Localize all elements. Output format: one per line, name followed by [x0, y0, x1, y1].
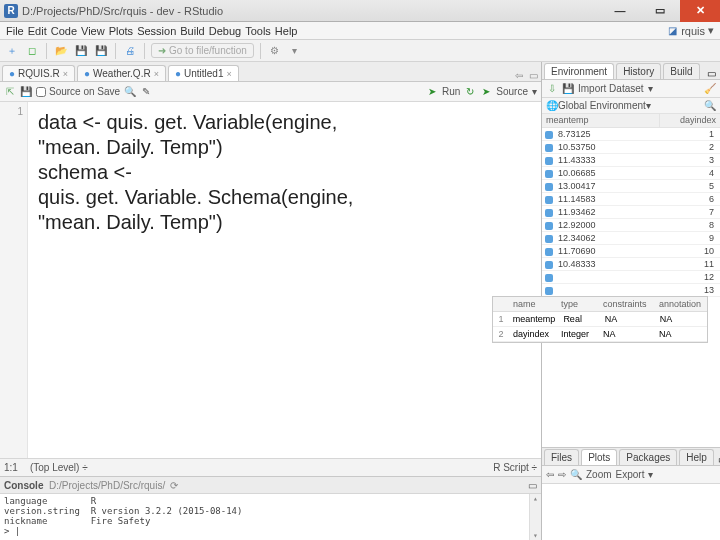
- chevron-down-icon: ▾: [708, 24, 714, 37]
- plot-area: [542, 484, 720, 540]
- console[interactable]: language R version.string R version 3.2.…: [0, 494, 541, 540]
- pane-collapse[interactable]: ▭: [703, 68, 720, 79]
- plot-toolbar: ⇦ ⇨ 🔍 Zoom Export▾: [542, 466, 720, 484]
- run-button[interactable]: Run: [442, 86, 460, 97]
- addins-button[interactable]: ⚙: [267, 43, 283, 59]
- menu-tools[interactable]: Tools: [245, 25, 271, 37]
- tab-plots[interactable]: Plots: [581, 449, 617, 465]
- zoom-button[interactable]: Zoom: [586, 469, 612, 480]
- titlebar: R D:/Projects/PhD/Src/rquis - dev - RStu…: [0, 0, 720, 22]
- new-file-button[interactable]: ＋: [4, 43, 20, 59]
- main-toolbar: ＋ ◻ 📂 💾 💾 🖨 ➜ Go to file/function ⚙ ▾: [0, 40, 720, 62]
- env-row[interactable]: 11.934627: [542, 206, 720, 219]
- plot-next[interactable]: ⇨: [558, 469, 566, 480]
- code-overlay: data <- quis. get. Variable(engine, "mea…: [38, 110, 535, 235]
- schema-table: name type constraints annotation 1 meant…: [492, 296, 708, 343]
- close-tab-icon[interactable]: ×: [226, 69, 231, 79]
- env-row[interactable]: 10.537502: [542, 141, 720, 154]
- run-icon: ➤: [426, 86, 438, 98]
- env-row[interactable]: 8.731251: [542, 128, 720, 141]
- tab-build[interactable]: Build: [663, 63, 699, 79]
- menu-code[interactable]: Code: [51, 25, 77, 37]
- col-constraints: constraints: [599, 297, 655, 311]
- editor[interactable]: 1 data <- quis. get. Variable(engine, "m…: [0, 102, 541, 458]
- editor-tabs: ●RQUIS.R× ●Weather.Q.R× ●Untitled1× ⇦ ▭: [0, 62, 541, 82]
- save-button[interactable]: 💾: [73, 43, 89, 59]
- load-icon[interactable]: ⇩: [546, 83, 558, 95]
- goto-icon: ➜: [158, 45, 166, 56]
- clear-env-icon[interactable]: 🧹: [704, 83, 716, 95]
- search-env-icon[interactable]: 🔍: [704, 100, 716, 111]
- open-file-button[interactable]: 📂: [53, 43, 69, 59]
- console-header: Console Console D:/Projects/PhD/Src/rqui…: [0, 476, 541, 494]
- r-file-icon: ●: [175, 68, 181, 79]
- menu-help[interactable]: Help: [275, 25, 298, 37]
- env-tabs: Environment History Build ▭: [542, 62, 720, 80]
- env-row[interactable]: 11.7069010: [542, 245, 720, 258]
- tab-weather[interactable]: ●Weather.Q.R×: [77, 65, 166, 81]
- source-on-save-checkbox[interactable]: Source on Save: [36, 86, 120, 97]
- source-dropdown[interactable]: ▾: [532, 86, 537, 97]
- plot-prev[interactable]: ⇦: [546, 469, 554, 480]
- addins-dropdown[interactable]: ▾: [287, 43, 303, 59]
- console-clear-icon[interactable]: ⟳: [170, 480, 178, 491]
- tab-help[interactable]: Help: [679, 449, 714, 465]
- save-all-button[interactable]: 💾: [93, 43, 109, 59]
- env-row[interactable]: 12: [542, 271, 720, 284]
- console-collapse[interactable]: ▭: [528, 480, 537, 491]
- minimize-button[interactable]: —: [600, 0, 640, 22]
- menu-view[interactable]: View: [81, 25, 105, 37]
- source-button[interactable]: Source: [496, 86, 528, 97]
- source-toolbar: ⇱ 💾 Source on Save 🔍 ✎ ➤ Run ↻ ➤ Source …: [0, 82, 541, 102]
- menu-build[interactable]: Build: [180, 25, 204, 37]
- project-label[interactable]: ◪ rquis ▾: [666, 24, 714, 37]
- new-project-button[interactable]: ◻: [24, 43, 40, 59]
- project-icon: ◪: [666, 25, 678, 37]
- wand-icon[interactable]: ✎: [140, 86, 152, 98]
- menu-debug[interactable]: Debug: [209, 25, 241, 37]
- tab-environment[interactable]: Environment: [544, 63, 614, 79]
- tab-untitled[interactable]: ●Untitled1×: [168, 65, 239, 81]
- menu-edit[interactable]: Edit: [28, 25, 47, 37]
- menu-session[interactable]: Session: [137, 25, 176, 37]
- left-pane: ●RQUIS.R× ●Weather.Q.R× ●Untitled1× ⇦ ▭ …: [0, 62, 542, 540]
- maximize-button[interactable]: ▭: [640, 0, 680, 22]
- tab-history[interactable]: History: [616, 63, 661, 79]
- save-icon[interactable]: 💾: [20, 86, 32, 98]
- zoom-icon: 🔍: [570, 469, 582, 481]
- export-button[interactable]: Export: [616, 469, 645, 480]
- schema-row: 2 dayindex Integer NA NA: [493, 327, 707, 342]
- env-toolbar: ⇩ 💾 Import Dataset▾ 🧹: [542, 80, 720, 98]
- close-tab-icon[interactable]: ×: [154, 69, 159, 79]
- print-button[interactable]: 🖨: [122, 43, 138, 59]
- env-row[interactable]: 12.340629: [542, 232, 720, 245]
- env-row[interactable]: 11.433333: [542, 154, 720, 167]
- tab-rquis[interactable]: ●RQUIS.R×: [2, 65, 75, 81]
- env-row[interactable]: 12.920008: [542, 219, 720, 232]
- console-scrollbar[interactable]: ▴▾: [529, 494, 541, 540]
- pane-collapse[interactable]: ▭: [714, 454, 720, 465]
- lang-selector[interactable]: R Script ÷: [493, 462, 537, 473]
- close-tab-icon[interactable]: ×: [63, 69, 68, 79]
- find-icon[interactable]: 🔍: [124, 86, 136, 98]
- lower-right-pane: Files Plots Packages Help ▭ ⇦ ⇨ 🔍 Zoom E…: [542, 447, 720, 540]
- goto-file-input[interactable]: ➜ Go to file/function: [151, 43, 254, 58]
- tab-packages[interactable]: Packages: [619, 449, 677, 465]
- close-button[interactable]: ✕: [680, 0, 720, 22]
- env-scope[interactable]: 🌐 Global Environment▾ 🔍: [542, 98, 720, 114]
- pane-collapse[interactable]: ▭: [526, 70, 541, 81]
- popup-icon[interactable]: ⇱: [4, 86, 16, 98]
- scope-selector[interactable]: (Top Level) ÷: [30, 462, 88, 473]
- env-row[interactable]: 13.004175: [542, 180, 720, 193]
- env-row[interactable]: 10.066854: [542, 167, 720, 180]
- rerun-button[interactable]: ↻: [464, 86, 476, 98]
- tab-nav-prev[interactable]: ⇦: [512, 70, 526, 81]
- cursor-pos: 1:1: [4, 462, 18, 473]
- tab-files[interactable]: Files: [544, 449, 579, 465]
- save-env-icon[interactable]: 💾: [562, 83, 574, 95]
- env-row[interactable]: 11.145836: [542, 193, 720, 206]
- menu-file[interactable]: File: [6, 25, 24, 37]
- env-row[interactable]: 10.4833311: [542, 258, 720, 271]
- import-dataset-button[interactable]: Import Dataset: [578, 83, 644, 94]
- menu-plots[interactable]: Plots: [109, 25, 133, 37]
